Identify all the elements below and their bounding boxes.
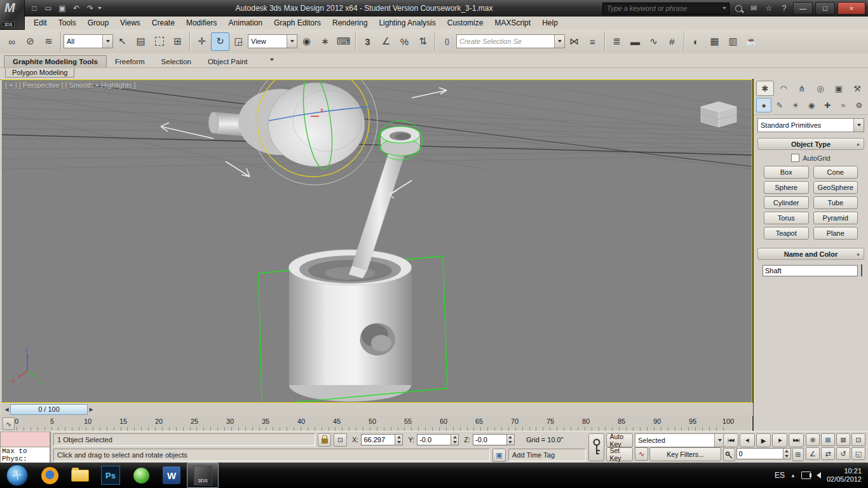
auto-key-button[interactable]: Auto Key [606, 433, 633, 447]
zoom-icon[interactable]: ⊕ [806, 433, 820, 446]
key-filters-button[interactable]: Key Filters... [649, 447, 721, 461]
render-setup-icon[interactable]: ▦ [705, 32, 724, 51]
taskbar-firefox[interactable] [34, 463, 65, 487]
snaps-toggle-icon[interactable]: 3 [358, 32, 377, 51]
primitive-category-dropdown[interactable]: Standard Primitives [757, 118, 864, 132]
close-button[interactable]: × [837, 2, 865, 15]
graphite-ribbon-toggle-icon[interactable]: ▬ [626, 32, 644, 51]
crankshaft-model[interactable] [208, 83, 365, 166]
taskbar-green-app[interactable] [126, 463, 156, 487]
play-button[interactable]: ▶ [756, 433, 771, 447]
listener-pane[interactable]: Max to Physc: [0, 447, 50, 463]
zoom-region-icon[interactable]: ⊡ [851, 433, 865, 446]
x-coordinate-input[interactable] [361, 434, 395, 445]
viewport-3d-scene[interactable]: x z x y [2, 80, 752, 402]
go-to-end-button[interactable]: ▶▶| [789, 433, 804, 447]
object-color-swatch[interactable] [861, 264, 862, 276]
spinner-arrows[interactable] [783, 448, 791, 459]
shapes-category-icon[interactable]: ✎ [772, 98, 787, 112]
rendered-frame-window-icon[interactable]: ▥ [724, 32, 742, 51]
zoom-extents-icon[interactable]: ⊠ [836, 433, 850, 446]
dropdown-button[interactable] [554, 35, 564, 48]
hierarchy-tab-icon[interactable]: ⋔ [793, 81, 811, 96]
unlink-selection-icon[interactable]: ⊘ [21, 32, 39, 51]
zoom-all-icon[interactable]: ⊞ [821, 433, 835, 446]
macro-recorder-pane[interactable] [0, 431, 50, 447]
reference-coordinate-dropdown[interactable]: View [248, 34, 297, 48]
align-icon[interactable]: ≡ [583, 32, 602, 51]
menu-customize[interactable]: Customize [442, 17, 489, 29]
edit-named-selection-sets-icon[interactable]: {} [438, 32, 456, 51]
minimize-button[interactable]: — [793, 2, 813, 15]
perspective-viewport[interactable]: [ + ] [ Perspective ] [ Smooth + Highlig… [1, 79, 752, 403]
collapse-chevron-icon[interactable]: ▲ [856, 142, 860, 146]
time-tag-icon[interactable]: ▣ [492, 449, 506, 462]
window-crossing-toggle-icon[interactable]: ⊞ [168, 32, 187, 51]
menu-modifiers[interactable]: Modifiers [180, 17, 223, 29]
create-tab-icon[interactable]: ✱ [756, 81, 774, 96]
space-warps-category-icon[interactable]: ≈ [836, 98, 851, 112]
select-and-move-icon[interactable]: ✛ [193, 32, 211, 51]
bind-to-space-warp-icon[interactable]: ≋ [39, 32, 58, 51]
select-and-rotate-icon[interactable]: ↻ [211, 32, 229, 51]
taskbar-explorer[interactable] [65, 463, 95, 487]
clock[interactable]: 10:21 02/05/2012 [827, 467, 862, 484]
modify-tab-icon[interactable]: ◠ [775, 81, 792, 96]
utilities-tab-icon[interactable]: ⚒ [848, 81, 866, 96]
spinner-arrows[interactable] [395, 434, 403, 445]
menu-tools[interactable]: Tools [53, 17, 82, 29]
tab-selection[interactable]: Selection [153, 56, 200, 67]
tube-button[interactable]: Tube [813, 196, 858, 209]
maximize-viewport-toggle-icon[interactable]: ◱ [851, 447, 865, 460]
menu-maxscript[interactable]: MAXScript [489, 17, 536, 29]
display-tab-icon[interactable]: ▣ [830, 81, 848, 96]
menu-graph-editors[interactable]: Graph Editors [268, 17, 327, 29]
systems-category-icon[interactable]: ⚙ [851, 98, 867, 112]
selection-filter-dropdown[interactable]: All [64, 34, 113, 48]
sphere-button[interactable]: Sphere [764, 181, 809, 194]
new-file-icon[interactable]: □ [28, 2, 41, 15]
go-to-start-button[interactable]: |◀◀ [723, 433, 738, 447]
teapot-button[interactable]: Teapot [764, 227, 809, 240]
previous-frame-button[interactable]: ◀| [740, 433, 755, 447]
render-production-icon[interactable]: ☕ [742, 32, 761, 51]
tab-graphite-modeling-tools[interactable]: Graphite Modeling Tools [4, 55, 107, 67]
select-and-scale-icon[interactable]: ◲ [229, 32, 248, 51]
x-coordinate-spinner[interactable] [361, 434, 403, 445]
infocenter-search[interactable] [602, 3, 729, 15]
next-frame-button[interactable]: |▶ [772, 433, 787, 447]
open-file-icon[interactable]: ▭ [42, 2, 55, 15]
named-selection-set-combo[interactable]: Create Selection Se [456, 34, 565, 48]
language-indicator[interactable]: ES [775, 471, 785, 480]
dropdown-button[interactable] [287, 35, 297, 48]
ribbon-minimize-dropdown-icon[interactable] [265, 53, 279, 67]
help-icon[interactable]: ? [778, 3, 790, 14]
object-type-rollout-header[interactable]: Object Type ▲ [757, 138, 864, 150]
torus-button[interactable]: Torus [764, 212, 809, 224]
z-coordinate-spinner[interactable] [473, 434, 515, 445]
menu-create[interactable]: Create [146, 17, 180, 29]
current-frame-input[interactable] [736, 448, 783, 459]
menu-rendering[interactable]: Rendering [327, 17, 373, 29]
pan-icon[interactable]: ⇄ [821, 447, 835, 460]
spinner-snap-icon[interactable]: ⇅ [414, 32, 432, 51]
select-object-icon[interactable]: ↖ [113, 32, 132, 51]
rectangular-selection-region-icon[interactable] [150, 32, 168, 51]
time-slider-handle[interactable]: 0 / 100 [10, 404, 88, 415]
undo-icon[interactable]: ↶ [70, 2, 83, 15]
y-coordinate-spinner[interactable] [417, 434, 459, 445]
helpers-category-icon[interactable]: ✚ [820, 98, 835, 112]
tab-object-paint[interactable]: Object Paint [200, 56, 256, 67]
cylinder-button[interactable]: Cylinder [764, 196, 809, 209]
panel-polygon-modeling[interactable]: Polygon Modeling [5, 68, 74, 78]
object-name-field[interactable] [763, 265, 858, 276]
z-coordinate-input[interactable] [473, 434, 506, 445]
taskbar-photoshop[interactable]: Ps [95, 463, 126, 487]
select-by-name-icon[interactable]: ▤ [132, 32, 150, 51]
angle-snap-icon[interactable]: ∠ [377, 32, 395, 51]
track-bar[interactable]: ∿ 05 1015 2025 3035 4045 5055 6065 7075 … [1, 416, 751, 431]
dropdown-button[interactable] [102, 35, 112, 48]
maxscript-mini-listener[interactable]: Max to Physc: [0, 431, 51, 463]
maximize-button[interactable]: □ [815, 2, 835, 15]
key-filter-curve-icon[interactable]: ∿ [635, 447, 648, 461]
